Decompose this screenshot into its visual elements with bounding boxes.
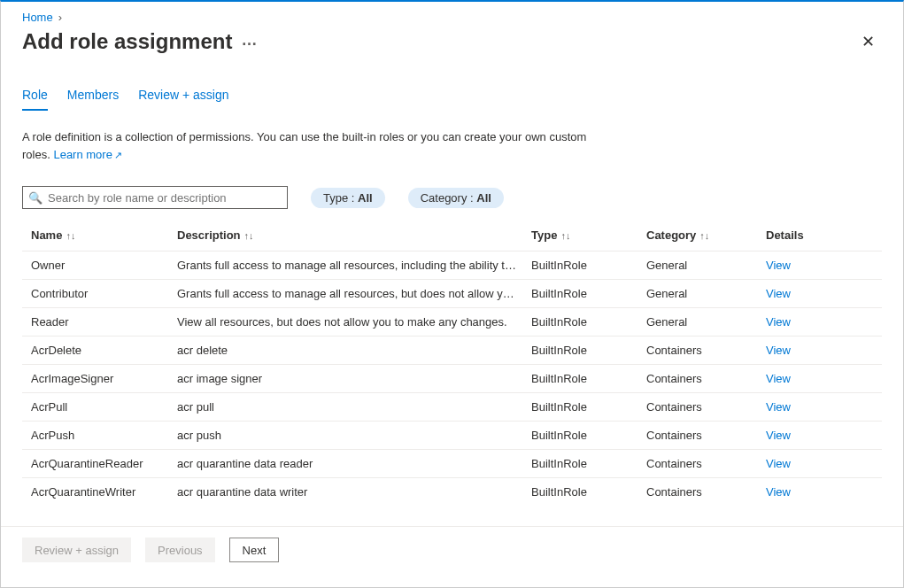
table-row[interactable]: AcrQuarantineWriteracr quarantine data w… bbox=[22, 477, 882, 506]
cell-name: Contributor bbox=[31, 287, 177, 300]
col-category-header[interactable]: Category↑↓ bbox=[646, 228, 766, 242]
cell-type: BuiltInRole bbox=[531, 485, 646, 499]
view-link[interactable]: View bbox=[766, 315, 791, 329]
cell-description: View all resources, but does not allow y… bbox=[177, 315, 531, 329]
cell-category: General bbox=[646, 287, 766, 300]
title-bar: Add role assignment … ✕ bbox=[1, 24, 903, 63]
view-link[interactable]: View bbox=[766, 287, 791, 300]
bottom-bar: Review + assign Previous Next bbox=[1, 526, 903, 573]
cell-type: BuiltInRole bbox=[531, 372, 646, 385]
tab-role[interactable]: Role bbox=[22, 88, 48, 111]
tab-review[interactable]: Review + assign bbox=[138, 88, 228, 111]
search-icon: 🔍 bbox=[28, 191, 42, 205]
cell-description: acr image signer bbox=[177, 372, 531, 385]
content-scroll[interactable]: Role Members Review + assign A role defi… bbox=[1, 63, 903, 526]
cell-type: BuiltInRole bbox=[531, 400, 646, 414]
table-row[interactable]: AcrDeleteacr deleteBuiltInRoleContainers… bbox=[22, 336, 882, 364]
cell-type: BuiltInRole bbox=[531, 259, 646, 272]
col-type-header[interactable]: Type↑↓ bbox=[531, 228, 646, 242]
cell-name: AcrImageSigner bbox=[31, 372, 177, 385]
search-input[interactable] bbox=[46, 190, 282, 205]
table-row[interactable]: OwnerGrants full access to manage all re… bbox=[22, 251, 882, 279]
table-body: OwnerGrants full access to manage all re… bbox=[22, 251, 882, 506]
filter-type-pill[interactable]: Type : All bbox=[311, 188, 385, 208]
sort-icon: ↑↓ bbox=[66, 230, 75, 241]
cell-name: AcrPull bbox=[31, 400, 177, 414]
cell-type: BuiltInRole bbox=[531, 287, 646, 300]
view-link[interactable]: View bbox=[766, 429, 791, 442]
external-link-icon: ↗ bbox=[114, 150, 122, 160]
sort-icon: ↑↓ bbox=[244, 230, 254, 241]
table-row[interactable]: AcrQuarantineReaderacr quarantine data r… bbox=[22, 449, 882, 477]
previous-button: Previous bbox=[145, 538, 215, 562]
chevron-right-icon: › bbox=[58, 11, 62, 24]
cell-type: BuiltInRole bbox=[531, 429, 646, 442]
cell-description: Grants full access to manage all resourc… bbox=[177, 287, 531, 300]
cell-type: BuiltInRole bbox=[531, 457, 646, 470]
filter-type-label: Type : bbox=[323, 191, 354, 205]
cell-name: AcrQuarantineReader bbox=[31, 457, 177, 470]
cell-description: Grants full access to manage all resourc… bbox=[177, 259, 531, 272]
col-details-header: Details bbox=[766, 228, 873, 242]
horizontal-scrollbar[interactable] bbox=[1, 573, 903, 587]
close-icon[interactable]: ✕ bbox=[854, 27, 882, 56]
table-header: Name↑↓ Description↑↓ Type↑↓ Category↑↓ D… bbox=[22, 220, 882, 251]
search-box[interactable]: 🔍 bbox=[22, 186, 288, 209]
filter-type-value: All bbox=[358, 191, 373, 205]
cell-type: BuiltInRole bbox=[531, 344, 646, 357]
table-row[interactable]: AcrPushacr pushBuiltInRoleContainersView bbox=[22, 421, 882, 449]
cell-description: acr pull bbox=[177, 400, 531, 414]
cell-category: Containers bbox=[646, 372, 766, 385]
review-assign-button: Review + assign bbox=[22, 538, 131, 562]
filter-bar: 🔍 Type : All Category : All bbox=[22, 186, 882, 209]
table-row[interactable]: AcrImageSigneracr image signerBuiltInRol… bbox=[22, 364, 882, 392]
cell-type: BuiltInRole bbox=[531, 315, 646, 329]
filter-category-value: All bbox=[476, 191, 491, 205]
filter-category-label: Category : bbox=[421, 191, 474, 205]
tab-members[interactable]: Members bbox=[67, 88, 119, 111]
learn-more-link[interactable]: Learn more↗ bbox=[53, 148, 121, 161]
table-row[interactable]: ContributorGrants full access to manage … bbox=[22, 279, 882, 307]
breadcrumb: Home › bbox=[1, 2, 903, 24]
view-link[interactable]: View bbox=[766, 457, 791, 470]
cell-name: AcrPush bbox=[31, 429, 177, 442]
cell-category: General bbox=[646, 259, 766, 272]
col-name-header[interactable]: Name↑↓ bbox=[31, 228, 177, 242]
cell-name: AcrQuarantineWriter bbox=[31, 485, 177, 499]
table-row[interactable]: ReaderView all resources, but does not a… bbox=[22, 307, 882, 336]
filter-category-pill[interactable]: Category : All bbox=[408, 188, 504, 208]
cell-category: Containers bbox=[646, 344, 766, 357]
page-title-text: Add role assignment bbox=[22, 29, 232, 54]
cell-description: acr push bbox=[177, 429, 531, 442]
view-link[interactable]: View bbox=[766, 344, 791, 357]
cell-category: Containers bbox=[646, 485, 766, 499]
tab-bar: Role Members Review + assign bbox=[22, 88, 882, 111]
cell-category: Containers bbox=[646, 429, 766, 442]
sort-icon: ↑↓ bbox=[699, 230, 709, 241]
roles-table: Name↑↓ Description↑↓ Type↑↓ Category↑↓ D… bbox=[22, 220, 882, 506]
view-link[interactable]: View bbox=[766, 485, 791, 499]
cell-category: Containers bbox=[646, 457, 766, 470]
blade-frame: Home › Add role assignment … ✕ Role Memb… bbox=[0, 0, 904, 588]
view-link[interactable]: View bbox=[766, 372, 791, 385]
more-icon[interactable]: … bbox=[241, 31, 258, 50]
page-title: Add role assignment … bbox=[22, 29, 258, 54]
view-link[interactable]: View bbox=[766, 259, 791, 272]
cell-category: General bbox=[646, 315, 766, 329]
cell-description: acr delete bbox=[177, 344, 531, 357]
cell-description: acr quarantine data writer bbox=[177, 485, 531, 499]
cell-name: Owner bbox=[31, 259, 177, 272]
cell-name: Reader bbox=[31, 315, 177, 329]
cell-name: AcrDelete bbox=[31, 344, 177, 357]
table-row[interactable]: AcrPullacr pullBuiltInRoleContainersView bbox=[22, 392, 882, 421]
view-link[interactable]: View bbox=[766, 400, 791, 414]
cell-description: acr quarantine data reader bbox=[177, 457, 531, 470]
sort-icon: ↑↓ bbox=[560, 230, 570, 241]
cell-category: Containers bbox=[646, 400, 766, 414]
breadcrumb-home[interactable]: Home bbox=[22, 11, 53, 24]
next-button[interactable]: Next bbox=[229, 538, 280, 562]
description-block: A role definition is a collection of per… bbox=[22, 128, 589, 163]
col-desc-header[interactable]: Description↑↓ bbox=[177, 228, 531, 242]
